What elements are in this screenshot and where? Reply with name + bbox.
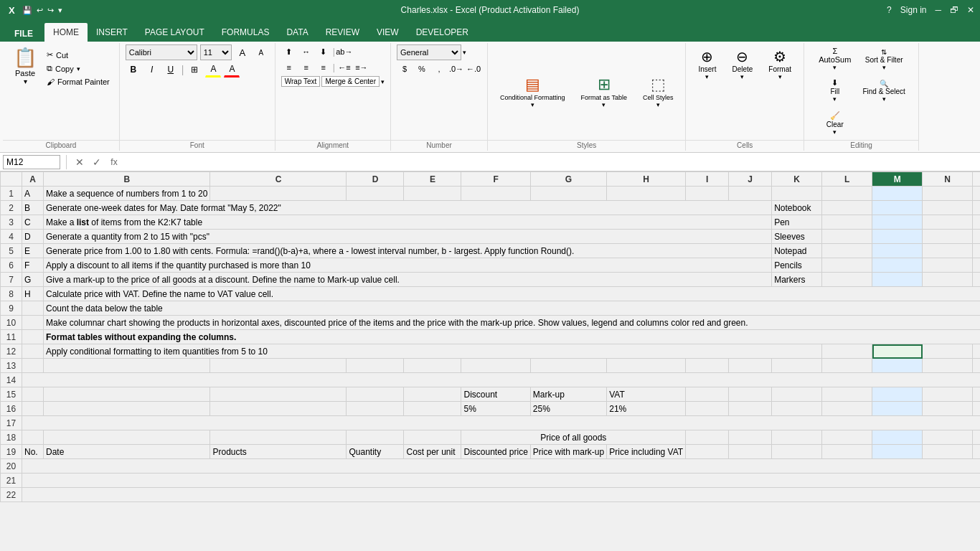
paste-dropdown-icon[interactable]: ▾ <box>24 77 27 85</box>
cell-D1[interactable] <box>347 187 404 201</box>
col-header-O[interactable]: O <box>973 172 980 187</box>
tab-insert[interactable]: INSERT <box>88 23 136 42</box>
decrease-indent-button[interactable]: ←≡ <box>336 60 352 75</box>
copy-dropdown[interactable]: ▾ <box>77 65 80 72</box>
cell-N2[interactable] <box>923 201 973 215</box>
cell-F13[interactable] <box>461 359 530 373</box>
cell-M6[interactable] <box>872 258 923 273</box>
cell-B19[interactable]: Date <box>44 445 210 459</box>
cell-K3[interactable]: Pen <box>772 215 822 230</box>
cell-O16[interactable] <box>973 402 980 416</box>
col-header-J[interactable]: J <box>729 172 772 187</box>
autosum-dropdown[interactable]: ▾ <box>833 64 837 71</box>
cell-K13[interactable] <box>772 359 822 373</box>
cell-G19[interactable]: Price with mark-up <box>530 445 606 459</box>
cell-D13[interactable] <box>347 359 404 373</box>
cell-O15[interactable] <box>973 387 980 402</box>
col-header-C[interactable]: C <box>210 172 347 187</box>
cell-K4[interactable]: Sleeves <box>772 230 822 244</box>
cell-B10[interactable]: Make columnar chart showing the products… <box>44 316 981 330</box>
cell-N3[interactable] <box>923 215 973 230</box>
cell-K7[interactable]: Markers <box>772 273 822 287</box>
cell-H13[interactable] <box>607 359 686 373</box>
cell-L1[interactable] <box>822 187 872 201</box>
col-header-M[interactable]: M <box>872 172 923 187</box>
col-header-A[interactable]: A <box>22 172 44 187</box>
cell-B3[interactable]: Make a list of items from the K2:K7 tabl… <box>44 215 772 230</box>
cell-L5[interactable] <box>822 244 872 258</box>
cell-C13[interactable] <box>210 359 347 373</box>
align-bottom-button[interactable]: ⬇ <box>316 44 331 59</box>
tab-file[interactable]: FILE <box>3 26 44 42</box>
insert-dropdown[interactable]: ▾ <box>705 73 709 80</box>
cell-C18[interactable] <box>210 430 347 445</box>
cell-A4[interactable]: D <box>22 230 44 244</box>
cell-A7[interactable]: G <box>22 273 44 287</box>
cell-E16[interactable] <box>404 402 461 416</box>
quick-access-redo[interactable]: ↪ <box>47 6 54 15</box>
cell-L4[interactable] <box>822 230 872 244</box>
cell-C1[interactable] <box>210 187 347 201</box>
cell-K5[interactable]: Notepad <box>772 244 822 258</box>
font-size-select[interactable]: 11 <box>200 44 232 60</box>
cell-A5[interactable]: E <box>22 244 44 258</box>
conditional-formatting-button[interactable]: ▤ Conditional Formatting ▾ <box>494 72 572 112</box>
bold-button[interactable]: B <box>126 62 141 77</box>
align-center-button[interactable]: ≡ <box>298 60 314 75</box>
cell-H16[interactable]: 21% <box>607 402 686 416</box>
cell-A2[interactable]: B <box>22 201 44 215</box>
format-button[interactable]: ⚙ Format ▾ <box>762 44 798 139</box>
cell-O6[interactable] <box>973 258 980 273</box>
cell-M2[interactable] <box>872 201 923 215</box>
cell-A8[interactable]: H <box>22 287 44 301</box>
cell-D15[interactable] <box>347 387 404 402</box>
cell-A15[interactable] <box>22 387 44 402</box>
cell-N4[interactable] <box>923 230 973 244</box>
cell-J19[interactable] <box>729 445 772 459</box>
cell-N1[interactable] <box>923 187 973 201</box>
col-header-K[interactable]: K <box>772 172 822 187</box>
tab-page-layout[interactable]: PAGE LAYOUT <box>136 23 213 42</box>
col-header-H[interactable]: H <box>607 172 686 187</box>
cell-O4[interactable] <box>973 230 980 244</box>
cell-D18[interactable] <box>347 430 404 445</box>
cell-J18[interactable] <box>729 430 772 445</box>
cell-A6[interactable]: F <box>22 258 44 273</box>
cell-A14[interactable] <box>22 373 981 387</box>
cell-H15[interactable]: VAT <box>607 387 686 402</box>
cell-C15[interactable] <box>210 387 347 402</box>
quick-access-save[interactable]: 💾 <box>22 6 32 15</box>
comma-button[interactable]: , <box>431 62 447 76</box>
cell-B16[interactable] <box>44 402 210 416</box>
cell-A10[interactable] <box>22 316 44 330</box>
tab-review[interactable]: REVIEW <box>317 23 368 42</box>
minimize-button[interactable]: ─ <box>935 5 941 15</box>
fill-color-button[interactable]: A <box>205 62 221 77</box>
cell-N12[interactable] <box>923 344 973 359</box>
cell-A22[interactable] <box>22 488 981 502</box>
merge-dropdown[interactable]: ▾ <box>381 78 385 85</box>
format-table-dropdown[interactable]: ▾ <box>602 101 606 108</box>
cell-FGH18[interactable]: Price of all goods <box>461 430 686 445</box>
cell-F15[interactable]: Discount <box>461 387 530 402</box>
delete-dropdown[interactable]: ▾ <box>740 73 744 80</box>
orientation-button[interactable]: ab→ <box>336 44 352 59</box>
cell-A17[interactable] <box>22 416 981 430</box>
insert-button[interactable]: ⊕ Insert ▾ <box>692 44 722 139</box>
align-middle-button[interactable]: ↔ <box>298 44 314 59</box>
cell-D19[interactable]: Quantity <box>347 445 404 459</box>
cell-L16[interactable] <box>822 402 872 416</box>
cell-G15[interactable]: Mark-up <box>530 387 606 402</box>
cell-I18[interactable] <box>686 430 729 445</box>
cell-O18[interactable] <box>973 430 980 445</box>
cell-M1[interactable] <box>872 187 923 201</box>
cell-B2[interactable]: Generate one-week dates for May. Date fo… <box>44 201 772 215</box>
col-header-N[interactable]: N <box>923 172 973 187</box>
cell-M4[interactable] <box>872 230 923 244</box>
cell-K19[interactable] <box>772 445 822 459</box>
restore-button[interactable]: 🗗 <box>950 5 958 15</box>
cell-B1[interactable]: Make a sequence of numbers from 1 to 20 <box>44 187 210 201</box>
cell-C16[interactable] <box>210 402 347 416</box>
cell-N18[interactable] <box>923 430 973 445</box>
cell-N15[interactable] <box>923 387 973 402</box>
